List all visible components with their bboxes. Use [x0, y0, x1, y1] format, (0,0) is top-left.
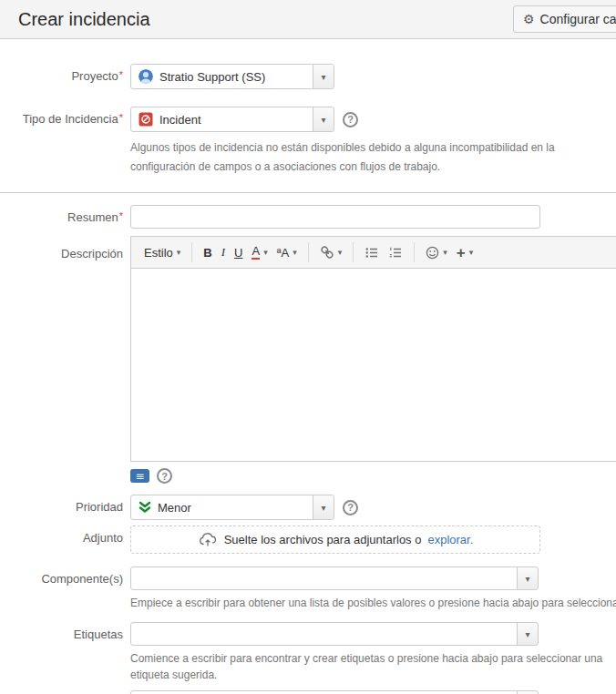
toolbar-divider [308, 242, 309, 262]
emoji-icon [426, 246, 439, 260]
priority-value: Menor [158, 501, 191, 515]
toolbar-divider [353, 242, 354, 262]
description-row: Descripción Estilo ▾ B I U A [0, 236, 616, 484]
description-textarea[interactable] [131, 269, 616, 461]
components-row: Componente(s) ▾ Empiece a escribir para … [0, 566, 616, 611]
description-editor: Estilo ▾ B I U A ▾ ªA ▾ [130, 236, 616, 462]
editor-footer: ≡ ? [130, 468, 616, 484]
dialog-header: Crear incidencia ⚙ Configurar campos [0, 0, 616, 39]
page-title: Crear incidencia [18, 9, 150, 30]
project-label: Proyecto* [0, 64, 123, 89]
link-button[interactable]: ▾ [315, 242, 347, 262]
labels-input[interactable] [130, 622, 518, 646]
section-divider [0, 192, 616, 193]
labels-help: Comience a escribir para encontrar y cre… [130, 651, 616, 683]
bullet-list-button[interactable] [360, 242, 384, 262]
summary-input[interactable] [130, 205, 540, 229]
required-asterisk: * [119, 112, 123, 123]
project-value: Stratio Support (SS) [159, 70, 265, 84]
browse-link[interactable]: explorar. [427, 533, 473, 546]
bullet-list-icon [364, 245, 379, 260]
components-help: Empiece a escribir para obtener una list… [130, 596, 616, 611]
gear-icon: ⚙ [523, 12, 535, 26]
incident-type-icon [139, 112, 153, 127]
attachment-dropzone[interactable]: Suelte los archivos para adjuntarlos o e… [130, 526, 540, 554]
summary-label: Resumen* [0, 205, 123, 229]
text-color-button[interactable]: A ▾ [247, 242, 272, 262]
priority-row: Prioridad Menor ▾ [0, 495, 616, 520]
link-icon [320, 245, 334, 260]
assignee-row: Responsable Automático ▾ [0, 690, 616, 694]
project-avatar-icon [139, 69, 153, 84]
chevron-down-icon[interactable]: ▾ [517, 622, 539, 646]
required-asterisk: * [119, 210, 123, 221]
description-label: Descripción [0, 236, 123, 484]
numbered-list-button[interactable] [384, 242, 407, 262]
style-dropdown[interactable]: Estilo ▾ [139, 243, 185, 262]
chevron-down-icon: ▾ [177, 248, 181, 257]
italic-button[interactable]: I [217, 242, 230, 262]
chevron-down-icon: ▾ [293, 248, 297, 257]
priority-select[interactable]: Menor ▾ [130, 495, 334, 520]
chevron-down-icon: ▾ [443, 248, 447, 257]
assignee-select[interactable]: Automático ▾ [130, 690, 539, 694]
priority-label: Prioridad [0, 495, 123, 520]
project-row: Proyecto* Stratio Support (SS) ▾ [0, 64, 616, 89]
project-select[interactable]: Stratio Support (SS) ▾ [130, 64, 334, 89]
create-issue-form: Proyecto* Stratio Support (SS) ▾ [0, 39, 616, 694]
components-input[interactable] [130, 566, 518, 590]
bold-button[interactable]: B [199, 243, 216, 262]
help-icon[interactable]: ? [157, 468, 172, 484]
insert-more-button[interactable]: + ▾ [452, 242, 477, 263]
chevron-down-icon: ▾ [263, 248, 268, 257]
attachment-row: Adjunto Suelte los archivos para adjunta… [0, 526, 616, 554]
attachment-label: Adjunto [0, 526, 123, 554]
summary-row: Resumen* [0, 205, 616, 229]
toolbar-divider [191, 242, 192, 262]
configure-fields-label: Configurar campos [540, 12, 616, 26]
components-label: Componente(s) [0, 566, 123, 611]
issue-type-select[interactable]: Incident ▾ [130, 107, 334, 132]
labels-row: Etiquetas ▾ Comience a escribir para enc… [0, 622, 616, 683]
required-asterisk: * [119, 69, 123, 80]
emoji-button[interactable]: ▾ [421, 243, 452, 262]
chevron-down-icon: ▾ [338, 248, 343, 257]
cloud-upload-icon [198, 532, 218, 547]
chevron-down-icon[interactable]: ▾ [313, 495, 334, 519]
text-mode-icon[interactable]: ≡ [130, 469, 149, 483]
issue-type-label: Tipo de Incidencia* [0, 107, 123, 177]
chevron-down-icon: ▾ [469, 248, 474, 257]
assignee-label: Responsable [0, 690, 123, 694]
priority-minor-icon [139, 501, 151, 514]
numbered-list-icon [388, 245, 403, 260]
underline-button[interactable]: U [230, 243, 247, 262]
issue-type-value: Incident [159, 113, 201, 127]
labels-label: Etiquetas [0, 622, 123, 683]
configure-fields-button[interactable]: ⚙ Configurar campos [513, 5, 616, 33]
help-icon[interactable]: ? [343, 112, 358, 128]
chevron-down-icon[interactable]: ▾ [517, 566, 539, 590]
create-issue-dialog: Crear incidencia ⚙ Configurar campos Pro… [0, 0, 616, 694]
toolbar-divider [414, 242, 415, 262]
editor-toolbar: Estilo ▾ B I U A ▾ ªA ▾ [131, 237, 616, 269]
chevron-down-icon[interactable]: ▾ [517, 690, 539, 694]
help-icon[interactable]: ? [343, 500, 358, 515]
plus-icon: + [457, 245, 466, 260]
issue-type-note: Algunos tipos de incidencia no están dis… [130, 138, 606, 177]
text-size-button[interactable]: ªA ▾ [272, 243, 302, 262]
chevron-down-icon[interactable]: ▾ [313, 65, 334, 88]
dropzone-text: Suelte los archivos para adjuntarlos o [224, 533, 422, 546]
issue-type-row: Tipo de Incidencia* Incident ▾ [0, 107, 616, 177]
chevron-down-icon[interactable]: ▾ [313, 107, 334, 131]
